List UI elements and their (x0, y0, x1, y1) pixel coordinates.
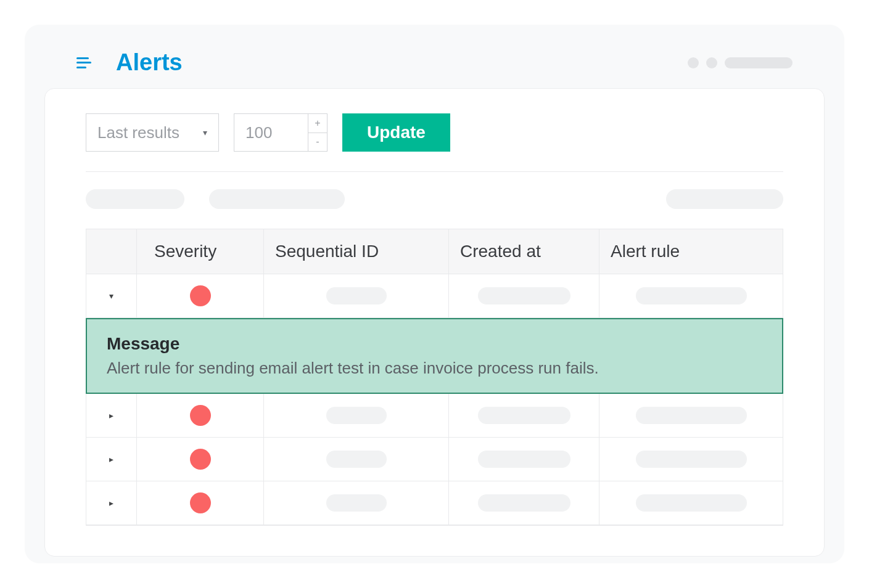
placeholder-pill (478, 494, 570, 512)
alert-rule-cell (599, 274, 783, 317)
header-actions (688, 57, 793, 68)
header-placeholder-dot (706, 57, 717, 68)
sequential-id-cell (264, 481, 449, 525)
toolbar-placeholder-row (45, 189, 824, 229)
table-header-alert-rule: Alert rule (599, 229, 783, 274)
placeholder-pill (478, 407, 570, 424)
increment-button[interactable]: + (308, 113, 327, 133)
table-header-severity: Severity (137, 229, 264, 274)
placeholder-pill (636, 494, 747, 512)
count-spinner: + - (308, 113, 327, 152)
placeholder-pill (209, 189, 345, 209)
update-button[interactable]: Update (342, 113, 450, 152)
severity-cell (137, 481, 264, 525)
caret-down-icon: ▾ (109, 291, 113, 301)
page-title: Alerts (116, 49, 183, 76)
placeholder-pill (326, 451, 387, 468)
sequential-id-cell (264, 394, 449, 437)
expand-toggle[interactable]: ▾ (86, 274, 137, 317)
expand-toggle[interactable]: ▸ (86, 394, 137, 437)
app-window: Alerts Last results ▾ 100 + - Update (25, 25, 844, 563)
severity-cell (137, 274, 264, 317)
placeholder-pill (326, 407, 387, 424)
results-count-input: 100 + - (234, 113, 327, 152)
detail-title: Message (107, 334, 762, 354)
placeholder-pill (326, 287, 387, 304)
caret-right-icon: ▸ (109, 454, 113, 464)
placeholder-pill (636, 407, 747, 424)
placeholder-pill (478, 451, 570, 468)
expand-toggle[interactable]: ▸ (86, 438, 137, 481)
table-row: ▸ (86, 394, 783, 438)
caret-right-icon: ▸ (109, 498, 113, 508)
content-card: Last results ▾ 100 + - Update Severity (44, 88, 825, 557)
decrement-button[interactable]: - (308, 133, 327, 152)
created-at-cell (449, 274, 599, 317)
results-dropdown-label: Last results (97, 123, 179, 142)
menu-icon[interactable] (76, 57, 91, 68)
table-header-sequential-id: Sequential ID (264, 229, 449, 274)
table-header-row: Severity Sequential ID Created at Alert … (86, 229, 783, 274)
created-at-cell (449, 481, 599, 525)
header-placeholder-dot (688, 57, 699, 68)
alerts-table: Severity Sequential ID Created at Alert … (86, 229, 783, 526)
placeholder-pill (86, 189, 184, 209)
alert-rule-cell (599, 481, 783, 525)
placeholder-pill (478, 287, 570, 304)
caret-right-icon: ▸ (109, 410, 113, 420)
severity-indicator (190, 285, 211, 306)
sequential-id-cell (264, 274, 449, 317)
placeholder-pill (636, 451, 747, 468)
table-row: ▾ (86, 274, 783, 318)
filter-bar: Last results ▾ 100 + - Update (45, 113, 824, 171)
results-dropdown[interactable]: Last results ▾ (86, 113, 219, 152)
severity-cell (137, 438, 264, 481)
header-left: Alerts (76, 49, 183, 76)
divider (86, 171, 783, 172)
severity-indicator (190, 405, 211, 426)
severity-indicator (190, 449, 211, 470)
expand-toggle[interactable]: ▸ (86, 481, 137, 525)
header: Alerts (25, 25, 844, 88)
created-at-cell (449, 438, 599, 481)
table-header-expand (86, 229, 137, 274)
alert-rule-cell (599, 438, 783, 481)
placeholder-pill (666, 189, 783, 209)
alert-rule-cell (599, 394, 783, 437)
row-detail-panel: Message Alert rule for sending email ale… (86, 318, 783, 394)
results-count-value[interactable]: 100 (234, 113, 308, 152)
table-header-created-at: Created at (449, 229, 599, 274)
detail-message: Alert rule for sending email alert test … (107, 359, 762, 378)
header-placeholder-pill (725, 57, 793, 68)
chevron-down-icon: ▾ (203, 128, 207, 137)
placeholder-pill (636, 287, 747, 304)
placeholder-pill (326, 494, 387, 512)
severity-indicator (190, 492, 211, 513)
sequential-id-cell (264, 438, 449, 481)
created-at-cell (449, 394, 599, 437)
severity-cell (137, 394, 264, 437)
table-row: ▸ (86, 481, 783, 525)
table-row: ▸ (86, 438, 783, 481)
